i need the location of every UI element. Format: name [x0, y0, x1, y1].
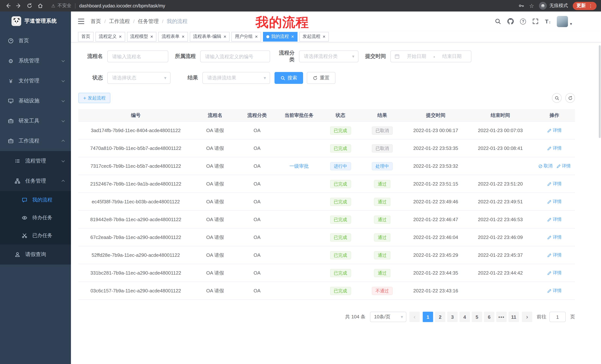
row-detail-link[interactable]: 详情 [547, 270, 562, 276]
sidebar-item-task-mgmt[interactable]: 任务管理 [0, 171, 71, 191]
prev-page-button[interactable]: ‹ [409, 312, 420, 322]
reset-button[interactable]: 重置 [307, 72, 335, 84]
row-detail-link[interactable]: 详情 [547, 199, 562, 205]
reload-button[interactable] [25, 1, 34, 10]
process-definition-input[interactable] [200, 50, 270, 62]
breadcrumb-item[interactable]: 工作流程 [109, 18, 130, 25]
breadcrumb-item[interactable]: 首页 [91, 18, 101, 25]
row-detail-link[interactable]: 详情 [547, 127, 562, 134]
breadcrumb-item[interactable]: 任务管理 [138, 18, 159, 25]
table-row[interactable]: ec45f38f-7b9a-11ec-b03b-acde48001122 OA … [78, 193, 575, 211]
user-menu[interactable]: ▾ [557, 16, 572, 27]
avatar[interactable] [557, 16, 568, 27]
search-icon[interactable] [495, 18, 501, 25]
scrollbar[interactable] [599, 45, 601, 138]
table-row[interactable]: 7470a810-7b9b-11ec-b5b7-acde48001122 OA … [78, 140, 575, 157]
address-bar[interactable]: ⚠ 不安全 dashboard.yudao.iocoder.cn/bpm/tas… [51, 3, 165, 9]
tab-close-icon[interactable]: × [224, 34, 226, 39]
search-button[interactable]: 搜索 [274, 72, 303, 84]
row-detail-link[interactable]: 详情 [547, 287, 562, 294]
page-button[interactable]: 6 [484, 312, 494, 322]
process-name-input[interactable] [107, 50, 168, 62]
home-button[interactable] [36, 1, 45, 10]
tab-close-icon[interactable]: × [291, 34, 294, 39]
page-button[interactable]: ••• [496, 312, 507, 322]
help-icon[interactable]: ? [520, 18, 526, 24]
chrome-menu-icon[interactable]: ⋮ [588, 3, 593, 8]
page-button[interactable]: 5 [472, 312, 482, 322]
sidebar-item-workflow[interactable]: 工作流程 [0, 131, 71, 151]
category-select[interactable]: 请选择流程分类 ▾ [299, 50, 359, 62]
tab[interactable]: 发起流程 × [299, 32, 329, 41]
row-detail-link[interactable]: 详情 [547, 216, 562, 223]
sidebar-item-todo-tasks[interactable]: 待办任务 [0, 209, 71, 227]
next-page-button[interactable]: › [522, 312, 532, 322]
tab-close-icon[interactable]: × [255, 34, 258, 39]
end-date-placeholder[interactable]: 结束日期 [436, 53, 467, 60]
table-row[interactable]: 331bc281-7b9a-11ec-a290-acde48001122 OA … [78, 264, 575, 282]
table-row[interactable]: 03c6c157-7b9a-11ec-a290-acde48001122 OA … [78, 282, 575, 300]
tab-close-icon[interactable]: × [323, 34, 325, 39]
row-task-link[interactable]: 一级审批 [289, 163, 309, 169]
page-button[interactable]: 3 [447, 312, 458, 322]
incognito-badge: 无痕模式 [539, 2, 568, 10]
chrome-update-button[interactable]: 更新 ⋮ [573, 2, 597, 10]
font-size-icon[interactable]: T↕ [545, 18, 551, 25]
sidebar-item-system[interactable]: ⚙ 系统管理 [0, 51, 71, 71]
bookmark-star-icon[interactable]: ☆ [529, 2, 534, 9]
start-date-placeholder[interactable]: 开始日期 [401, 53, 432, 60]
row-detail-link[interactable]: 详情 [547, 252, 562, 258]
tab[interactable]: 首页 [78, 32, 94, 41]
table-row[interactable]: 7317cec6-7b9b-11ec-b5b7-acde48001122 OA … [78, 157, 575, 175]
sidebar-item-home[interactable]: 首页 [0, 31, 71, 51]
refresh-table-button[interactable] [565, 93, 575, 103]
tab[interactable]: 用户分组 × [232, 32, 261, 41]
submit-time-range-picker[interactable]: 开始日期 - 结束日期 [391, 50, 471, 62]
row-detail-link[interactable]: 详情 [547, 145, 562, 151]
sidebar-item-process-mgmt[interactable]: 流程管理 [0, 151, 71, 171]
tab-close-icon[interactable]: × [150, 34, 153, 39]
row-detail-link[interactable]: 详情 [547, 234, 562, 240]
sidebar-item-done-tasks[interactable]: 已办任务 [0, 227, 71, 245]
row-cancel-link[interactable]: 取消 [538, 163, 552, 169]
app-logo[interactable]: 芋道管理系统 [0, 11, 71, 31]
page-size-select[interactable]: 10条/页 ▾ [370, 312, 406, 322]
back-button[interactable] [4, 1, 12, 10]
tab[interactable]: 流程表单 × [158, 32, 188, 41]
create-process-button[interactable]: + 发起流程 [78, 93, 110, 103]
sidebar-item-leave-query[interactable]: 请假查询 [0, 245, 71, 265]
table-row[interactable]: 3ad174fb-7b9d-11ec-8404-acde48001122 OA … [78, 122, 575, 140]
table-row[interactable]: 2152467e-7b9b-11ec-9a1b-acde48001122 OA … [78, 175, 575, 193]
row-end-time: 2022-01-22 23:49:51 [467, 199, 534, 204]
page-button[interactable]: 2 [435, 312, 445, 322]
tab[interactable]: 流程表单-编辑 × [190, 32, 230, 41]
github-icon[interactable] [508, 18, 514, 25]
password-key-icon[interactable] [518, 3, 524, 9]
security-label[interactable]: 不安全 [58, 3, 71, 9]
tab[interactable]: 流程模型 × [127, 32, 156, 41]
sidebar-item-infrastructure[interactable]: 基础设施 [0, 91, 71, 111]
tab-close-icon[interactable]: × [182, 34, 184, 39]
tab[interactable]: 流程定义 × [95, 32, 125, 41]
toggle-search-button[interactable] [552, 93, 562, 103]
tab-close-icon[interactable]: × [119, 34, 122, 39]
sidebar-item-devtools[interactable]: 研发工具 [0, 111, 71, 131]
url-text[interactable]: dashboard.yudao.iocoder.cn/bpm/task/my [79, 3, 165, 8]
sidebar-item-payment[interactable]: ¥ 支付管理 [0, 71, 71, 91]
page-button[interactable]: 4 [460, 312, 470, 322]
result-select[interactable]: 请选择流结果 ▾ [202, 72, 270, 84]
hamburger-icon[interactable] [77, 17, 85, 25]
table-row[interactable]: 52ffd28e-7b9a-11ec-a290-acde48001122 OA … [78, 246, 575, 264]
status-select[interactable]: 请选择状态 ▾ [107, 72, 170, 84]
row-detail-link[interactable]: 详情 [547, 181, 562, 187]
fullscreen-icon[interactable] [532, 18, 539, 25]
row-detail-link[interactable]: 详情 [556, 163, 571, 169]
goto-page-input[interactable] [549, 312, 566, 322]
forward-button[interactable] [14, 1, 23, 10]
tab[interactable]: 我的流程 × [263, 32, 297, 41]
sidebar-item-my-process[interactable]: 我的流程 [0, 191, 71, 209]
page-button[interactable]: 11 [509, 312, 519, 322]
page-button[interactable]: 1 [423, 312, 433, 322]
table-row[interactable]: 67c2eaab-7b9a-11ec-a290-acde48001122 OA … [78, 229, 575, 246]
table-row[interactable]: 819442e8-7b9a-11ec-a290-acde48001122 OA … [78, 211, 575, 229]
